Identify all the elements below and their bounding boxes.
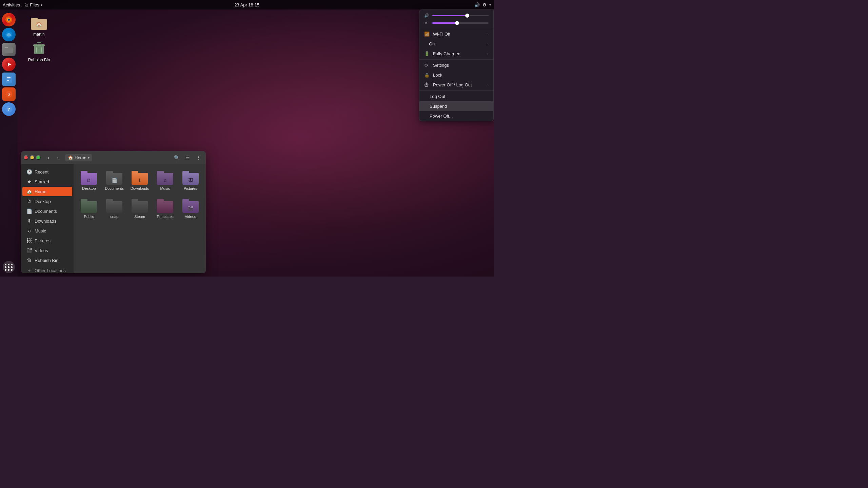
- sidebar-item-starred[interactable]: ★ Starred: [22, 177, 72, 186]
- volume-slider[interactable]: [432, 15, 489, 16]
- volume-icon[interactable]: 🔊: [474, 2, 480, 7]
- settings-tray-icon[interactable]: ⚙: [482, 2, 487, 7]
- folder-templates[interactable]: Templates: [154, 196, 176, 222]
- svg-rect-6: [5, 47, 8, 48]
- folder-desktop[interactable]: 🖥 Desktop: [78, 168, 100, 194]
- location-arrow: ▾: [88, 156, 90, 160]
- battery-menu-item[interactable]: 🔋 Fully Charged ›: [419, 49, 493, 59]
- search-button[interactable]: 🔍: [172, 153, 181, 162]
- folder-documents[interactable]: 📄 Documents: [103, 168, 126, 194]
- dock-icon-help[interactable]: ?: [2, 102, 16, 116]
- pictures-icon: 🖼: [26, 238, 32, 243]
- svg-text:🏠: 🏠: [36, 21, 42, 28]
- sidebar-item-desktop[interactable]: 🖥 Desktop: [22, 197, 72, 206]
- nav-forward-button[interactable]: ›: [54, 153, 62, 162]
- wifi-icon: 📶: [424, 32, 430, 37]
- folder-templates-label: Templates: [157, 215, 174, 219]
- brightness-slider[interactable]: [432, 22, 489, 24]
- view-list-button[interactable]: ☰: [183, 153, 192, 162]
- folder-downloads[interactable]: ⬇ Downloads: [129, 168, 151, 194]
- folder-snap-icon: [106, 199, 122, 213]
- folder-public-label: Public: [84, 215, 94, 219]
- power-submenu: Log Out Suspend Power Off...: [419, 92, 493, 121]
- app-grid-dot: [8, 269, 9, 271]
- on-menu-item[interactable]: On ›: [419, 39, 493, 49]
- svg-rect-20: [31, 18, 38, 22]
- folder-videos-inner-icon: 🎬: [188, 206, 193, 211]
- on-arrow: ›: [487, 42, 489, 46]
- volume-thumb[interactable]: [465, 14, 469, 18]
- location-home-icon: 🏠: [68, 155, 73, 160]
- dock-icon-firefox[interactable]: [2, 13, 16, 26]
- top-panel: Activities 🗂 Files ▾ 23 Apr 18:15 🔊 ⚙ ▾: [0, 0, 494, 9]
- app-grid-dot: [5, 269, 6, 271]
- desktop-icon-home[interactable]: 🏠 martin: [25, 14, 53, 37]
- suspend-menu-item[interactable]: Suspend: [419, 101, 493, 111]
- sidebar-item-recent[interactable]: 🕐 Recent: [22, 167, 72, 177]
- power-menu-item[interactable]: ⏻ Power Off / Log Out ›: [419, 80, 493, 90]
- sidebar-item-other-locations[interactable]: + Other Locations: [22, 265, 72, 273]
- wifi-menu-item[interactable]: 📶 Wi-Fi Off ›: [419, 29, 493, 39]
- view-options-button[interactable]: ⋮: [194, 153, 203, 162]
- window-minimize-button[interactable]: −: [30, 155, 35, 160]
- location-bar[interactable]: 🏠 Home ▾: [65, 154, 92, 161]
- folder-pictures[interactable]: 🖼 Pictures: [179, 168, 202, 194]
- window-maximize-button[interactable]: □: [36, 155, 41, 160]
- file-manager-sidebar: 🕐 Recent ★ Starred 🏠 Home 🖥 Desktop 📄 Do…: [21, 164, 74, 273]
- brightness-slider-icon: ☀: [424, 21, 430, 25]
- folder-snap[interactable]: snap: [103, 196, 126, 222]
- folder-public[interactable]: Public: [78, 196, 100, 222]
- home-icon: 🏠: [26, 189, 32, 194]
- dock-icon-snap[interactable]: S: [2, 87, 16, 101]
- power-label: Power Off / Log Out: [433, 82, 472, 87]
- lock-menu-item[interactable]: 🔒 Lock: [419, 70, 493, 80]
- sidebar-item-trash[interactable]: 🗑 Rubbish Bin: [22, 256, 72, 265]
- poweroff-menu-item[interactable]: Power Off...: [419, 111, 493, 121]
- dock-icon-notepad[interactable]: [2, 73, 16, 86]
- dock-icon-files[interactable]: [2, 43, 16, 56]
- sidebar-item-downloads[interactable]: ⬇ Downloads: [22, 216, 72, 226]
- home-icon-label: martin: [33, 32, 44, 37]
- svg-point-2: [8, 19, 10, 21]
- poweroff-label: Power Off...: [430, 114, 453, 119]
- brightness-thumb[interactable]: [455, 21, 459, 25]
- folder-music[interactable]: ♫ Music: [154, 168, 176, 194]
- sidebar-label-videos: Videos: [35, 248, 48, 253]
- dock-icon-thunderbird[interactable]: [2, 28, 16, 41]
- system-panel-popup: 🔊 ☀ 📶 Wi-Fi Off › On › 🔋 Fully Char: [419, 9, 494, 121]
- window-close-button[interactable]: ×: [24, 155, 28, 160]
- videos-icon: 🎬: [26, 248, 32, 253]
- datetime-display[interactable]: 23 Apr 18:15: [234, 2, 259, 7]
- files-menu[interactable]: 🗂 Files ▾: [24, 2, 42, 7]
- sidebar-item-documents[interactable]: 📄 Documents: [22, 206, 72, 216]
- activities-button[interactable]: Activities: [3, 2, 20, 7]
- starred-icon: ★: [26, 179, 32, 184]
- sidebar-label-trash: Rubbish Bin: [35, 258, 58, 263]
- desktop-icon-trash[interactable]: Rubbish Bin: [25, 40, 53, 62]
- system-section: ⚙ Settings 🔒 Lock ⏻ Power Off / Log Out …: [419, 60, 493, 90]
- sidebar-item-videos[interactable]: 🎬 Videos: [22, 246, 72, 255]
- battery-arrow: ›: [487, 52, 489, 56]
- tray-arrow[interactable]: ▾: [489, 3, 491, 7]
- sidebar-item-music[interactable]: ♫ Music: [22, 226, 72, 236]
- settings-icon: ⚙: [424, 63, 430, 68]
- dock-icon-rhythmbox[interactable]: [2, 58, 16, 71]
- folder-music-label: Music: [160, 186, 170, 191]
- folder-docs-inner-icon: 📄: [112, 178, 117, 183]
- network-section: 📶 Wi-Fi Off › On › 🔋 Fully Charged ›: [419, 29, 493, 59]
- recent-icon: 🕐: [26, 169, 32, 175]
- sidebar-item-home[interactable]: 🏠 Home: [22, 187, 72, 196]
- wifi-label: Wi-Fi Off: [433, 32, 450, 37]
- trash-sidebar-icon: 🗑: [26, 258, 32, 263]
- folder-videos[interactable]: 🎬 Videos: [179, 196, 202, 222]
- music-icon: ♫: [26, 228, 32, 233]
- folder-steam[interactable]: Steam: [129, 196, 151, 222]
- svg-rect-9: [6, 76, 12, 83]
- settings-label: Settings: [433, 63, 449, 68]
- logout-menu-item[interactable]: Log Out: [419, 92, 493, 101]
- panel-divider-1: [419, 59, 493, 60]
- show-applications-button[interactable]: [3, 261, 15, 273]
- nav-back-button[interactable]: ‹: [44, 153, 53, 162]
- settings-menu-item[interactable]: ⚙ Settings: [419, 60, 493, 70]
- sidebar-item-pictures[interactable]: 🖼 Pictures: [22, 236, 72, 245]
